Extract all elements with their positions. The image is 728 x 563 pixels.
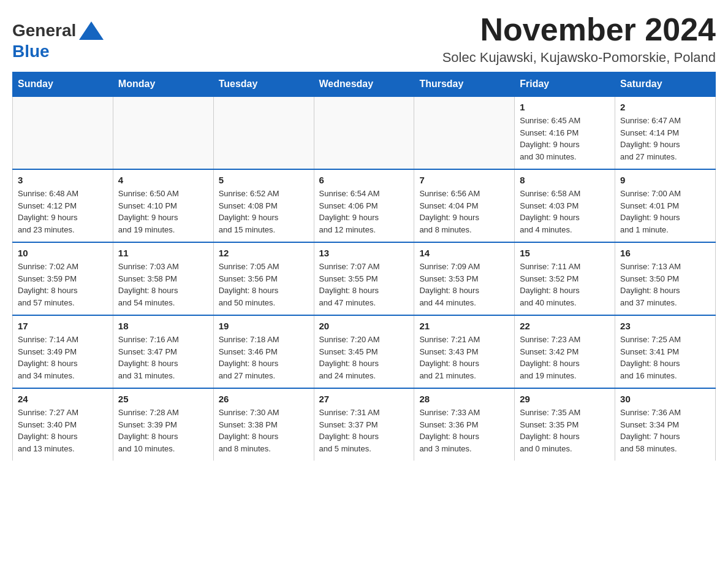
header-day-thursday: Thursday: [414, 72, 515, 97]
header-day-tuesday: Tuesday: [213, 72, 314, 97]
calendar-cell: 19Sunrise: 7:18 AM Sunset: 3:46 PM Dayli…: [213, 315, 314, 388]
day-number: 23: [620, 321, 710, 331]
calendar-cell: 15Sunrise: 7:11 AM Sunset: 3:52 PM Dayli…: [515, 242, 615, 315]
day-info: Sunrise: 6:45 AM Sunset: 4:16 PM Dayligh…: [520, 115, 610, 163]
calendar-cell: 30Sunrise: 7:36 AM Sunset: 3:34 PM Dayli…: [615, 388, 716, 461]
calendar-cell: 29Sunrise: 7:35 AM Sunset: 3:35 PM Dayli…: [515, 388, 615, 461]
svg-marker-0: [79, 21, 104, 40]
day-info: Sunrise: 7:11 AM Sunset: 3:52 PM Dayligh…: [520, 261, 610, 308]
day-number: 7: [419, 175, 509, 185]
day-info: Sunrise: 7:27 AM Sunset: 3:40 PM Dayligh…: [18, 407, 108, 454]
day-info: Sunrise: 7:33 AM Sunset: 3:36 PM Dayligh…: [419, 407, 509, 454]
day-info: Sunrise: 7:00 AM Sunset: 4:01 PM Dayligh…: [620, 188, 710, 236]
day-number: 19: [219, 321, 309, 331]
logo: General Blue: [12, 12, 107, 60]
calendar-cell: 25Sunrise: 7:28 AM Sunset: 3:39 PM Dayli…: [113, 388, 213, 461]
calendar-cell: 22Sunrise: 7:23 AM Sunset: 3:42 PM Dayli…: [515, 315, 615, 388]
calendar-week-row: 24Sunrise: 7:27 AM Sunset: 3:40 PM Dayli…: [13, 388, 716, 461]
day-number: 30: [620, 394, 710, 404]
day-number: 11: [118, 248, 208, 258]
day-number: 8: [520, 175, 610, 185]
header-day-sunday: Sunday: [13, 72, 113, 97]
day-number: 5: [219, 175, 309, 185]
day-number: 24: [18, 394, 108, 404]
header-day-wednesday: Wednesday: [314, 72, 414, 97]
calendar-cell: 27Sunrise: 7:31 AM Sunset: 3:37 PM Dayli…: [314, 388, 414, 461]
logo-triangle-icon: [76, 18, 107, 43]
day-info: Sunrise: 6:58 AM Sunset: 4:03 PM Dayligh…: [520, 188, 610, 236]
header-day-friday: Friday: [515, 72, 615, 97]
logo-blue-text: Blue: [12, 43, 50, 60]
day-number: 9: [620, 175, 710, 185]
calendar-cell: [314, 96, 414, 169]
calendar-cell: 3Sunrise: 6:48 AM Sunset: 4:12 PM Daylig…: [13, 169, 113, 242]
day-number: 29: [520, 394, 610, 404]
day-info: Sunrise: 7:23 AM Sunset: 3:42 PM Dayligh…: [520, 334, 610, 381]
day-info: Sunrise: 7:21 AM Sunset: 3:43 PM Dayligh…: [419, 334, 509, 381]
calendar-cell: 18Sunrise: 7:16 AM Sunset: 3:47 PM Dayli…: [113, 315, 213, 388]
calendar-cell: 8Sunrise: 6:58 AM Sunset: 4:03 PM Daylig…: [515, 169, 615, 242]
day-number: 12: [219, 248, 309, 258]
day-number: 6: [319, 175, 409, 185]
day-number: 18: [118, 321, 208, 331]
day-info: Sunrise: 7:03 AM Sunset: 3:58 PM Dayligh…: [118, 261, 208, 308]
header: General Blue November 2024 Solec Kujawsk…: [12, 12, 716, 66]
day-info: Sunrise: 7:13 AM Sunset: 3:50 PM Dayligh…: [620, 261, 710, 308]
day-number: 1: [520, 102, 610, 112]
calendar-cell: 1Sunrise: 6:45 AM Sunset: 4:16 PM Daylig…: [515, 96, 615, 169]
calendar-cell: 7Sunrise: 6:56 AM Sunset: 4:04 PM Daylig…: [414, 169, 515, 242]
calendar-week-row: 1Sunrise: 6:45 AM Sunset: 4:16 PM Daylig…: [13, 96, 716, 169]
calendar-cell: 20Sunrise: 7:20 AM Sunset: 3:45 PM Dayli…: [314, 315, 414, 388]
page-title: November 2024: [442, 12, 716, 47]
calendar-week-row: 17Sunrise: 7:14 AM Sunset: 3:49 PM Dayli…: [13, 315, 716, 388]
day-number: 10: [18, 248, 108, 258]
header-day-monday: Monday: [113, 72, 213, 97]
day-info: Sunrise: 7:05 AM Sunset: 3:56 PM Dayligh…: [219, 261, 309, 308]
day-info: Sunrise: 6:54 AM Sunset: 4:06 PM Dayligh…: [319, 188, 409, 236]
day-info: Sunrise: 7:09 AM Sunset: 3:53 PM Dayligh…: [419, 261, 509, 308]
day-number: 4: [118, 175, 208, 185]
logo-general-text: General: [12, 22, 76, 39]
day-number: 2: [620, 102, 710, 112]
calendar-cell: [414, 96, 515, 169]
day-info: Sunrise: 6:47 AM Sunset: 4:14 PM Dayligh…: [620, 115, 710, 163]
calendar-week-row: 3Sunrise: 6:48 AM Sunset: 4:12 PM Daylig…: [13, 169, 716, 242]
day-number: 14: [419, 248, 509, 258]
day-info: Sunrise: 6:56 AM Sunset: 4:04 PM Dayligh…: [419, 188, 509, 236]
calendar-cell: 28Sunrise: 7:33 AM Sunset: 3:36 PM Dayli…: [414, 388, 515, 461]
day-number: 13: [319, 248, 409, 258]
calendar-cell: 4Sunrise: 6:50 AM Sunset: 4:10 PM Daylig…: [113, 169, 213, 242]
calendar-cell: 5Sunrise: 6:52 AM Sunset: 4:08 PM Daylig…: [213, 169, 314, 242]
calendar-cell: 17Sunrise: 7:14 AM Sunset: 3:49 PM Dayli…: [13, 315, 113, 388]
calendar-cell: [213, 96, 314, 169]
calendar-cell: 26Sunrise: 7:30 AM Sunset: 3:38 PM Dayli…: [213, 388, 314, 461]
calendar-cell: 6Sunrise: 6:54 AM Sunset: 4:06 PM Daylig…: [314, 169, 414, 242]
day-info: Sunrise: 7:35 AM Sunset: 3:35 PM Dayligh…: [520, 407, 610, 454]
day-info: Sunrise: 6:50 AM Sunset: 4:10 PM Dayligh…: [118, 188, 208, 236]
title-area: November 2024 Solec Kujawski, Kujawsko-P…: [442, 12, 716, 66]
day-number: 27: [319, 394, 409, 404]
day-info: Sunrise: 7:25 AM Sunset: 3:41 PM Dayligh…: [620, 334, 710, 381]
day-info: Sunrise: 6:48 AM Sunset: 4:12 PM Dayligh…: [18, 188, 108, 236]
header-day-saturday: Saturday: [615, 72, 716, 97]
day-info: Sunrise: 7:18 AM Sunset: 3:46 PM Dayligh…: [219, 334, 309, 381]
calendar-cell: 21Sunrise: 7:21 AM Sunset: 3:43 PM Dayli…: [414, 315, 515, 388]
day-number: 17: [18, 321, 108, 331]
day-info: Sunrise: 7:07 AM Sunset: 3:55 PM Dayligh…: [319, 261, 409, 308]
day-number: 25: [118, 394, 208, 404]
calendar-week-row: 10Sunrise: 7:02 AM Sunset: 3:59 PM Dayli…: [13, 242, 716, 315]
day-number: 16: [620, 248, 710, 258]
day-info: Sunrise: 7:16 AM Sunset: 3:47 PM Dayligh…: [118, 334, 208, 381]
day-info: Sunrise: 7:36 AM Sunset: 3:34 PM Dayligh…: [620, 407, 710, 454]
calendar-cell: 24Sunrise: 7:27 AM Sunset: 3:40 PM Dayli…: [13, 388, 113, 461]
day-number: 21: [419, 321, 509, 331]
calendar-cell: 9Sunrise: 7:00 AM Sunset: 4:01 PM Daylig…: [615, 169, 716, 242]
day-number: 28: [419, 394, 509, 404]
calendar-cell: 12Sunrise: 7:05 AM Sunset: 3:56 PM Dayli…: [213, 242, 314, 315]
calendar-cell: 10Sunrise: 7:02 AM Sunset: 3:59 PM Dayli…: [13, 242, 113, 315]
calendar-cell: 2Sunrise: 6:47 AM Sunset: 4:14 PM Daylig…: [615, 96, 716, 169]
calendar-header-row: SundayMondayTuesdayWednesdayThursdayFrid…: [13, 72, 716, 97]
day-info: Sunrise: 7:30 AM Sunset: 3:38 PM Dayligh…: [219, 407, 309, 454]
day-info: Sunrise: 7:14 AM Sunset: 3:49 PM Dayligh…: [18, 334, 108, 381]
calendar-table: SundayMondayTuesdayWednesdayThursdayFrid…: [12, 72, 716, 461]
